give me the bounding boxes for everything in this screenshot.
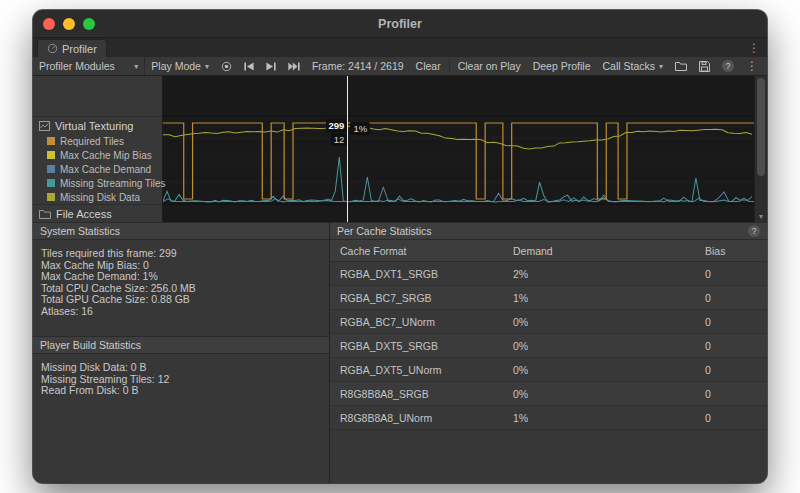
cache-demand: 0% (513, 316, 705, 328)
legend-swatch-icon (47, 151, 55, 159)
cache-table-body: RGBA_DXT1_SRGB2%0RGBA_BC7_SRGB1%0RGBA_BC… (330, 262, 767, 430)
legend-label: Max Cache Demand (60, 164, 151, 175)
stat-line: Tiles required this frame: 299 (41, 248, 321, 260)
cache-table-row[interactable]: R8G8B8A8_SRGB0%0 (330, 382, 767, 406)
profiler-modules-dropdown[interactable]: Profiler Modules ▾ (33, 57, 145, 75)
cache-table-row[interactable]: RGBA_DXT1_SRGB2%0 (330, 262, 767, 286)
tab-profiler[interactable]: Profiler (37, 39, 107, 57)
stat-line: Missing Disk Data: 0 B (41, 362, 321, 374)
clear-button[interactable]: Clear (410, 57, 447, 75)
legend-swatch-icon (47, 137, 55, 145)
window-title: Profiler (33, 17, 767, 31)
next-frame-icon (266, 62, 276, 71)
prev-frame-button[interactable] (238, 57, 260, 75)
minimize-button[interactable] (63, 18, 75, 30)
pane-title: Player Build Statistics (40, 339, 141, 351)
toolbar-right-group: ? ⋮ (669, 59, 764, 73)
record-icon (221, 61, 232, 72)
statistics-right-pane: Per Cache Statistics ? Cache Format Dema… (330, 222, 767, 483)
system-statistics-body: Tiles required this frame: 299Max Cache … (33, 240, 329, 336)
close-button[interactable] (43, 18, 55, 30)
statistics-left-pane: System Statistics Tiles required this fr… (33, 222, 330, 483)
help-icon[interactable]: ? (748, 225, 760, 237)
pane-title: System Statistics (40, 225, 120, 237)
stat-line: Total GPU Cache Size: 0.88 GB (41, 294, 321, 306)
scrollbar-down-arrow-icon[interactable]: ▾ (755, 212, 767, 222)
cache-format: RGBA_DXT5_SRGB (330, 340, 513, 352)
tab-label: Profiler (62, 43, 97, 55)
help-icon: ? (722, 60, 734, 72)
legend-item[interactable]: Max Cache Mip Bias (33, 148, 162, 162)
tab-menu-icon[interactable]: ⋮ (748, 41, 767, 57)
playhead-line[interactable] (347, 76, 348, 222)
module-label: File Access (56, 208, 112, 220)
current-frame-icon (288, 62, 300, 71)
save-profile-button[interactable] (693, 61, 716, 72)
deep-profile-toggle[interactable]: Deep Profile (527, 57, 597, 75)
cache-bias: 0 (705, 268, 767, 280)
stat-line: Atlases: 16 (41, 306, 321, 318)
cache-table-row[interactable]: RGBA_BC7_SRGB1%0 (330, 286, 767, 310)
cache-format: R8G8B8A8_SRGB (330, 388, 513, 400)
folder-open-icon (675, 61, 687, 71)
playhead-value-percent: 1% (350, 122, 370, 135)
legend-item[interactable]: Required Tiles (33, 134, 162, 148)
pane-title: Per Cache Statistics (337, 225, 432, 237)
cache-demand: 1% (513, 412, 705, 424)
titlebar[interactable]: Profiler (33, 10, 767, 38)
cache-table-row[interactable]: R8G8B8A8_UNorm1%0 (330, 406, 767, 430)
stat-line: Read From Disk: 0 B (41, 385, 321, 397)
zoom-button[interactable] (83, 18, 95, 30)
clear-on-play-toggle[interactable]: Clear on Play (452, 57, 527, 75)
folder-icon (39, 209, 51, 219)
cache-table-header: Cache Format Demand Bias (330, 240, 767, 262)
cache-bias: 0 (705, 388, 767, 400)
legend-item[interactable]: Missing Disk Data (33, 190, 162, 204)
legend-label: Missing Disk Data (60, 192, 140, 203)
cache-table-row[interactable]: RGBA_BC7_UNorm0%0 (330, 310, 767, 334)
cache-table-row[interactable]: RGBA_DXT5_UNorm0%0 (330, 358, 767, 382)
profiler-modules-label: Profiler Modules (39, 60, 115, 72)
module-header: Virtual Texturing (33, 117, 162, 134)
cache-format: RGBA_DXT1_SRGB (330, 268, 513, 280)
legend-label: Max Cache Mip Bias (60, 150, 152, 161)
chart-scrollbar[interactable]: ▾ (754, 76, 767, 222)
scrollbar-thumb[interactable] (757, 78, 765, 176)
profiler-window: Profiler Profiler ⋮ Profiler Modules ▾ P… (33, 10, 767, 483)
current-frame-button[interactable] (282, 57, 306, 75)
statistics-region: System Statistics Tiles required this fr… (33, 222, 767, 483)
system-statistics-header: System Statistics (33, 222, 329, 240)
cache-format: RGBA_DXT5_UNorm (330, 364, 513, 376)
save-disk-icon (699, 61, 710, 72)
prev-frame-icon (244, 62, 254, 71)
legend-swatch-icon (47, 193, 55, 201)
play-mode-dropdown[interactable]: Play Mode ▾ (145, 57, 215, 75)
column-cache-format: Cache Format (330, 245, 513, 257)
toolbar-menu-icon[interactable]: ⋮ (740, 59, 764, 73)
cache-demand: 0% (513, 364, 705, 376)
cache-demand: 1% (513, 292, 705, 304)
record-button[interactable] (215, 57, 238, 75)
profiler-toolbar: Profiler Modules ▾ Play Mode ▾ (33, 57, 767, 76)
load-profile-button[interactable] (669, 61, 693, 71)
frame-counter: Frame: 2414 / 2619 (306, 57, 410, 75)
next-frame-button[interactable] (260, 57, 282, 75)
chart-icon (39, 121, 50, 131)
legend-swatch-icon (47, 165, 55, 173)
profiler-chart[interactable]: 299 12 1% (163, 76, 754, 222)
chevron-down-icon: ▾ (659, 62, 663, 71)
module-label: Virtual Texturing (55, 120, 133, 132)
playhead-value-secondary: 12 (331, 133, 348, 146)
call-stacks-dropdown[interactable]: Call Stacks ▾ (596, 57, 669, 75)
chart-region: Virtual Texturing Required TilesMax Cach… (33, 76, 767, 222)
module-virtual-texturing[interactable]: Virtual Texturing Required TilesMax Cach… (33, 116, 162, 204)
legend-item[interactable]: Missing Streaming Tiles (33, 176, 162, 190)
cache-demand: 0% (513, 388, 705, 400)
module-file-access[interactable]: File Access (33, 204, 162, 222)
cache-table-row[interactable]: RGBA_DXT5_SRGB0%0 (330, 334, 767, 358)
cache-format: RGBA_BC7_UNorm (330, 316, 513, 328)
legend-item[interactable]: Max Cache Demand (33, 162, 162, 176)
toolbar-help-button[interactable]: ? (716, 60, 740, 72)
legend-label: Missing Streaming Tiles (60, 178, 166, 189)
call-stacks-label: Call Stacks (602, 60, 655, 72)
